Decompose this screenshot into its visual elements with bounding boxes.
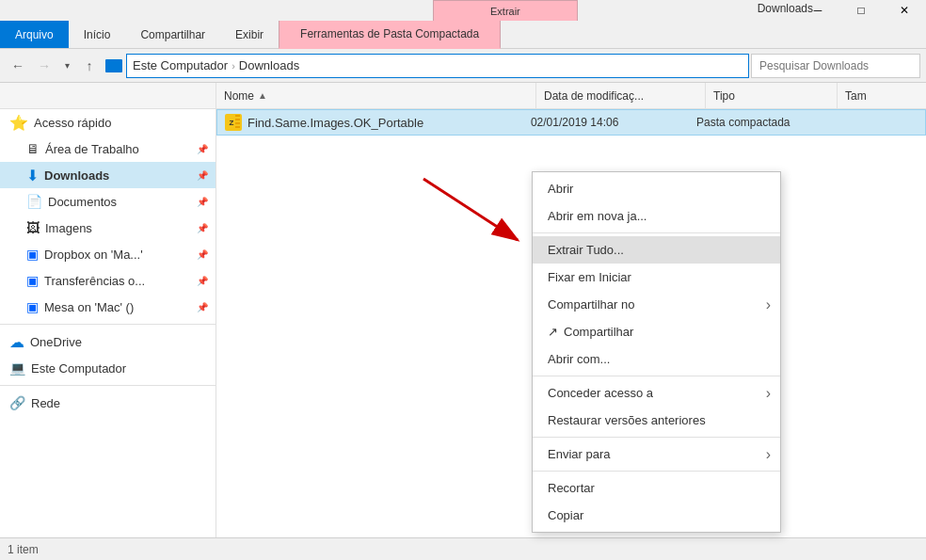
up-button[interactable]: ↑ — [77, 54, 102, 78]
col-header-data[interactable]: Data de modificaç... — [536, 83, 706, 108]
tab-exibir[interactable]: Exibir — [220, 21, 279, 48]
sidebar-item-downloads[interactable]: ⬇ Downloads 📌 — [0, 162, 216, 188]
path-segment-downloads: Downloads — [239, 58, 299, 72]
col-header-tipo[interactable]: Tipo — [706, 83, 838, 108]
ctx-item-extrair-tudo[interactable]: Extrair Tudo... — [533, 236, 780, 264]
tab-inicio[interactable]: Início — [69, 21, 126, 48]
col-header-tamanho[interactable]: Tam — [838, 83, 913, 108]
mesa-pin-icon: 📌 — [197, 302, 208, 312]
ctx-item-recortar[interactable]: Recortar — [533, 474, 780, 502]
path-segment-computer: Este Computador — [133, 58, 228, 72]
downloads-icon: ⬇ — [26, 167, 39, 184]
ctx-item-compartilhar-no[interactable]: Compartilhar no › — [533, 291, 780, 318]
downloads-pin-icon: 📌 — [197, 170, 208, 181]
ctx-item-compartilhar[interactable]: ↗ Compartilhar — [533, 318, 780, 345]
documentos-icon: 📄 — [26, 194, 42, 209]
sidebar-item-este-computador[interactable]: 💻 Este Computador — [0, 355, 216, 381]
ctx-item-conceder-acesso[interactable]: Conceder acesso a › — [533, 379, 780, 407]
file-type: Pasta compactada — [696, 116, 844, 129]
ctx-item-enviar-para[interactable]: Enviar para › — [533, 440, 780, 468]
recent-locations-button[interactable]: ▾ — [58, 54, 75, 78]
ctx-item-restaurar[interactable]: Restaurar versões anteriores — [533, 407, 780, 434]
search-input[interactable] — [751, 54, 920, 78]
back-button[interactable]: ← — [6, 54, 30, 78]
rede-icon: 🔗 — [9, 395, 25, 410]
ctx-item-abrir-nova[interactable]: Abrir em nova ja... — [533, 202, 780, 230]
tab-arquivo[interactable]: Arquivo — [0, 21, 69, 48]
compartilhar-icon: ↗ — [548, 325, 558, 339]
dropbox-icon: ▣ — [26, 247, 39, 262]
imagens-pin-icon: 📌 — [197, 223, 208, 233]
sidebar-item-acesso-rapido[interactable]: ⭐ Acesso rápido — [0, 109, 216, 136]
file-name: Find.Same.Images.OK_Portable — [247, 116, 423, 130]
extrair-tab-header: Extrair — [433, 0, 578, 21]
ctx-item-copiar[interactable]: Copiar — [533, 502, 780, 529]
dropbox-pin-icon: 📌 — [197, 249, 208, 260]
address-folder-icon — [105, 59, 122, 72]
tab-compartilhar[interactable]: Compartilhar — [125, 21, 220, 48]
area-trabalho-icon: 🖥 — [26, 141, 40, 156]
imagens-icon: 🖼 — [26, 220, 40, 235]
table-row[interactable]: Z Find.Same.Images.OK_Portable 02/01/201… — [216, 109, 926, 136]
col-header-nome[interactable]: Nome ▲ — [216, 83, 536, 108]
sidebar: ⭐ Acesso rápido 🖥 Área de Trabalho 📌 ⬇ D… — [0, 109, 216, 537]
transferencias-icon: ▣ — [26, 273, 39, 288]
sidebar-item-transferencias[interactable]: ▣ Transferências o... 📌 — [0, 267, 216, 294]
acesso-rapido-icon: ⭐ — [9, 114, 28, 132]
sidebar-item-mesa[interactable]: ▣ Mesa on 'Mac' () 📌 — [0, 294, 216, 320]
ctx-item-abrir-com[interactable]: Abrir com... — [533, 345, 780, 373]
sidebar-item-dropbox[interactable]: ▣ Dropbox on 'Ma...' 📌 — [0, 241, 216, 267]
submenu-arrow-conceder: › — [766, 385, 771, 402]
file-date: 02/01/2019 14:06 — [531, 116, 696, 129]
window-title: Downloads — [758, 2, 813, 15]
context-menu: Abrir Abrir em nova ja... Extrair Tudo..… — [532, 171, 781, 533]
sidebar-item-documentos[interactable]: 📄 Documentos 📌 — [0, 188, 216, 215]
sidebar-item-area-trabalho[interactable]: 🖥 Área de Trabalho 📌 — [0, 136, 216, 162]
submenu-arrow-enviar: › — [766, 446, 771, 463]
sidebar-item-imagens[interactable]: 🖼 Imagens 📌 — [0, 215, 216, 241]
sidebar-item-onedrive[interactable]: ☁ OneDrive — [0, 328, 216, 355]
submenu-arrow-compartilhar-no: › — [766, 296, 771, 313]
path-arrow-1: › — [232, 60, 235, 72]
onedrive-icon: ☁ — [9, 333, 24, 351]
close-button[interactable]: ✕ — [883, 0, 926, 21]
mesa-icon: ▣ — [26, 299, 39, 314]
documentos-pin-icon: 📌 — [197, 197, 208, 207]
area-trabalho-pin-icon: 📌 — [197, 144, 208, 154]
ribbon-tabs: Arquivo Início Compartilhar Exibir Ferra… — [0, 21, 926, 49]
ctx-item-fixar[interactable]: Fixar em Iniciar — [533, 264, 780, 291]
address-bar: ← → ▾ ↑ Este Computador › Downloads — [0, 49, 926, 83]
transferencias-pin-icon: 📌 — [197, 276, 208, 286]
forward-button[interactable]: → — [32, 54, 56, 78]
zip-file-icon: Z — [225, 114, 242, 131]
status-bar: 1 item — [0, 537, 926, 560]
este-computador-icon: 💻 — [9, 360, 25, 376]
ctx-item-abrir[interactable]: Abrir — [533, 175, 780, 202]
maximize-button[interactable]: □ — [839, 0, 883, 21]
tab-ferramentas[interactable]: Ferramentas de Pasta Compactada — [279, 21, 501, 49]
address-path[interactable]: Este Computador › Downloads — [126, 54, 749, 78]
sidebar-item-rede[interactable]: 🔗 Rede — [0, 390, 216, 416]
